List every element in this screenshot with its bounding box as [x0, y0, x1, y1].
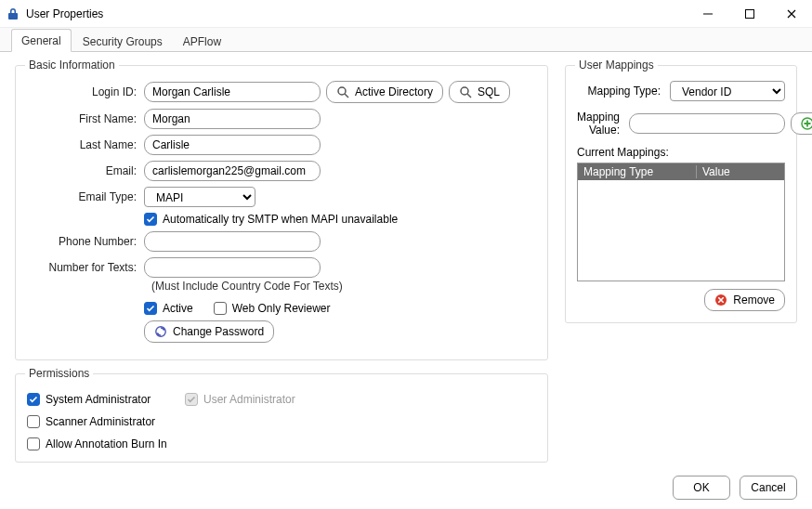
email-type-label: Email Type: — [27, 190, 144, 203]
title-bar: User Properties — [0, 0, 812, 28]
svg-line-5 — [467, 94, 471, 98]
tab-strip: General Security Groups APFlow — [0, 28, 812, 52]
basic-information-legend: Basic Information — [25, 59, 119, 72]
minimize-button[interactable] — [687, 0, 728, 28]
ok-button[interactable]: OK — [673, 476, 730, 500]
cancel-button[interactable]: Cancel — [740, 476, 797, 500]
close-button[interactable] — [770, 0, 812, 28]
col-mapping-type[interactable]: Mapping Type — [578, 165, 697, 178]
plus-icon — [801, 117, 812, 130]
tab-general[interactable]: General — [11, 29, 72, 52]
change-password-label: Change Password — [173, 325, 264, 338]
sql-button[interactable]: SQL — [449, 81, 510, 103]
active-label: Active — [163, 302, 193, 315]
mapping-value-input[interactable] — [629, 113, 785, 134]
svg-line-3 — [345, 94, 348, 98]
last-name-input[interactable] — [144, 135, 321, 155]
current-mappings-label: Current Mappings: — [577, 146, 785, 159]
add-mapping-button[interactable]: Add — [791, 112, 812, 135]
phone-label: Phone Number: — [27, 235, 144, 248]
login-id-label: Login ID: — [27, 85, 144, 98]
sql-label: SQL — [478, 85, 500, 98]
email-type-select[interactable]: MAPI — [144, 187, 255, 207]
dialog-footer: OK Cancel — [673, 476, 797, 500]
svg-point-2 — [338, 87, 346, 95]
login-id-input[interactable] — [144, 82, 321, 102]
user-admin-label: User Administrator — [203, 393, 295, 406]
search-icon — [336, 85, 349, 98]
first-name-label: First Name: — [27, 112, 144, 125]
smtp-fallback-label: Automatically try SMTP when MAPI unavail… — [163, 213, 398, 226]
permissions-legend: Permissions — [25, 367, 93, 380]
allow-burn-in-checkbox[interactable]: Allow Annotation Burn In — [27, 437, 170, 450]
search-icon — [459, 85, 472, 98]
mappings-header: Mapping Type Value — [578, 163, 784, 180]
texts-input[interactable] — [144, 257, 321, 278]
basic-information-group: Basic Information Login ID: Active Direc… — [15, 65, 548, 360]
remove-mapping-button[interactable]: Remove — [704, 289, 785, 311]
app-lock-icon — [6, 7, 20, 21]
email-label: Email: — [27, 164, 144, 177]
ok-label: OK — [693, 481, 709, 494]
col-value[interactable]: Value — [697, 165, 784, 178]
svg-point-4 — [461, 87, 468, 95]
change-password-button[interactable]: Change Password — [144, 320, 274, 343]
allow-burn-in-label: Allow Annotation Burn In — [46, 437, 167, 450]
refresh-icon — [154, 325, 167, 338]
permissions-group: Permissions System Administrator User Ad… — [15, 373, 548, 463]
remove-label: Remove — [733, 294, 775, 307]
web-only-reviewer-checkbox[interactable]: Web Only Reviewer — [214, 302, 331, 315]
mapping-type-label: Mapping Type: — [577, 85, 664, 98]
remove-icon — [714, 294, 727, 307]
user-mappings-legend: User Mappings — [575, 59, 658, 72]
system-admin-checkbox[interactable]: System Administrator — [27, 393, 170, 406]
web-only-reviewer-label: Web Only Reviewer — [232, 302, 331, 315]
last-name-label: Last Name: — [27, 138, 144, 151]
user-mappings-group: User Mappings Mapping Type: Vendor ID Ma… — [565, 65, 797, 323]
current-mappings-list[interactable]: Mapping Type Value — [577, 163, 785, 281]
system-admin-label: System Administrator — [46, 393, 151, 406]
cancel-label: Cancel — [751, 481, 785, 494]
first-name-input[interactable] — [144, 109, 321, 129]
scanner-admin-label: Scanner Administrator — [46, 415, 155, 428]
texts-note: (Must Include Country Code For Texts) — [151, 280, 536, 293]
tab-security-groups[interactable]: Security Groups — [73, 31, 172, 52]
close-icon — [787, 9, 796, 19]
mapping-value-label: Mapping Value: — [577, 111, 623, 137]
mapping-type-select[interactable]: Vendor ID — [670, 81, 785, 101]
user-admin-checkbox: User Administrator — [185, 393, 356, 406]
svg-rect-0 — [703, 13, 713, 14]
phone-input[interactable] — [144, 231, 321, 252]
svg-rect-1 — [745, 9, 753, 18]
active-directory-label: Active Directory — [355, 85, 433, 98]
texts-label: Number for Texts: — [27, 261, 144, 274]
active-directory-button[interactable]: Active Directory — [326, 81, 443, 103]
smtp-fallback-checkbox[interactable]: Automatically try SMTP when MAPI unavail… — [144, 213, 398, 226]
maximize-button[interactable] — [728, 0, 770, 28]
scanner-admin-checkbox[interactable]: Scanner Administrator — [27, 415, 170, 428]
tab-apflow[interactable]: APFlow — [174, 31, 230, 52]
email-input[interactable] — [144, 161, 321, 181]
minimize-icon — [703, 9, 713, 19]
active-checkbox[interactable]: Active — [144, 302, 193, 315]
window-title: User Properties — [26, 7, 103, 20]
maximize-icon — [745, 9, 754, 19]
